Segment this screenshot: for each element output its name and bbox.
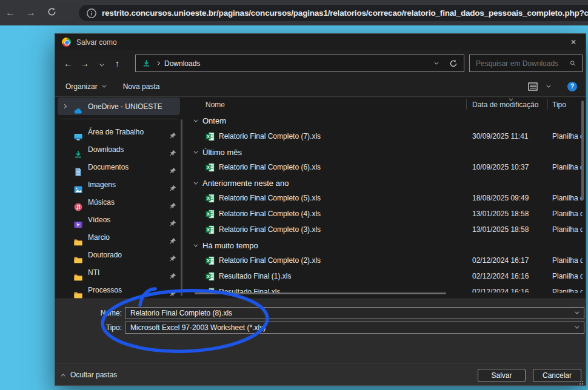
pin-icon <box>169 167 176 174</box>
horizontal-scrollbar[interactable] <box>195 292 446 294</box>
sidebar-item-label: Músicas <box>88 198 115 207</box>
back-icon[interactable]: ← <box>60 58 76 68</box>
site-info-icon[interactable] <box>86 8 97 19</box>
filename-combobox[interactable] <box>125 307 584 319</box>
file-group-header[interactable]: Há muito tempo <box>189 238 586 254</box>
dialog-titlebar[interactable]: Salvar como × <box>55 34 586 50</box>
view-mode-icon[interactable] <box>528 82 538 91</box>
filetype-dropdown-icon[interactable] <box>575 325 579 329</box>
column-header-name[interactable]: Nome <box>205 101 225 109</box>
file-type: Planilha d <box>552 132 583 140</box>
help-icon[interactable]: ? <box>567 82 577 91</box>
file-group-header[interactable]: Último mês <box>189 144 586 160</box>
sidebar-item-nti[interactable]: NTI <box>58 263 180 281</box>
view-mode-caret-icon[interactable] <box>546 84 550 88</box>
sidebar-item--rea-de-trabalho[interactable]: Área de Trabalho <box>58 123 180 140</box>
sidebar-item-downloads[interactable]: Downloads <box>58 140 180 158</box>
sidebar-item-label: Processos <box>88 286 122 294</box>
filename-label: Nome: <box>55 309 122 317</box>
column-header-type[interactable]: Tipo <box>552 101 566 109</box>
refresh-icon[interactable] <box>449 59 458 68</box>
pin-icon <box>169 237 176 245</box>
svg-text:X: X <box>207 196 210 202</box>
browser-back-icon[interactable]: ← <box>0 7 21 18</box>
file-name: Resultado Final (1).xls <box>219 272 291 280</box>
group-chevron-icon <box>193 149 198 153</box>
screen: ← → restrito.concursos.unioeste.br/pagin… <box>0 0 588 390</box>
new-folder-button[interactable]: Nova pasta <box>123 82 160 91</box>
downloads-folder-icon <box>142 59 151 68</box>
browser-forward-icon[interactable]: → <box>21 7 41 18</box>
filename-dropdown-icon[interactable] <box>575 310 579 314</box>
file-group-header[interactable]: Ontem <box>189 113 586 129</box>
svg-text:X: X <box>207 165 210 170</box>
file-type: Planilha d <box>552 225 583 234</box>
dialog-navbar: ← → ↑ Downloads <box>55 50 586 76</box>
dialog-title: Salvar como <box>76 38 117 47</box>
cancel-button[interactable]: Cancelar <box>533 369 581 382</box>
pin-icon <box>169 273 176 280</box>
organize-caret-icon <box>102 84 106 88</box>
filename-input[interactable] <box>130 309 569 317</box>
column-header-date[interactable]: Data de modificação <box>472 101 538 109</box>
address-dropdown-icon[interactable] <box>434 61 438 65</box>
sidebar-item-documentos[interactable]: Documentos <box>58 158 180 176</box>
location-breadcrumb-bar[interactable]: Downloads <box>135 55 464 72</box>
sidebar-item-label: Área de Trabalho <box>88 128 144 136</box>
sidebar-item-v-deos[interactable]: Vídeos <box>58 211 180 228</box>
search-input[interactable] <box>476 59 570 68</box>
sidebar-item-processos[interactable]: Processos <box>58 281 180 299</box>
sidebar-item-imagens[interactable]: Imagens <box>58 176 180 193</box>
address-bar[interactable]: restrito.concursos.unioeste.br/paginas/c… <box>79 5 588 21</box>
save-as-dialog: Salvar como × ← → ↑ Downloads <box>55 33 586 386</box>
sidebar-item-marcio[interactable]: Marcio <box>58 228 180 246</box>
forward-icon[interactable]: → <box>76 58 93 68</box>
sidebar-item-onedrive-unioeste[interactable]: OneDrive - UNIOESTE <box>58 98 180 115</box>
file-row[interactable]: XRelatorio Final Completo (4).xls13/01/2… <box>189 207 586 222</box>
filetype-select[interactable] <box>125 322 584 334</box>
search-icon[interactable] <box>570 59 576 67</box>
pin-icon <box>169 150 176 157</box>
file-row[interactable]: XResultado Final (1).xls02/12/2024 16:16… <box>189 269 586 285</box>
recent-locations-icon[interactable] <box>93 58 109 68</box>
save-button[interactable]: Salvar <box>478 369 526 382</box>
vertical-scrollbar[interactable] <box>581 101 584 200</box>
file-date: 10/09/2025 10:37 <box>472 163 529 171</box>
sidebar-scrollbar[interactable] <box>181 119 182 296</box>
pin-icon <box>169 255 176 262</box>
file-date: 13/01/2025 18:58 <box>472 225 529 234</box>
file-row[interactable]: XRelatorio Final Completo (6).xls10/09/2… <box>189 160 586 176</box>
file-name: Relatorio Final Completo (6).xls <box>219 163 321 171</box>
file-row[interactable]: XRelatorio Final Completo (2).xls02/12/2… <box>189 253 586 269</box>
sidebar-item-m-sicas[interactable]: Músicas <box>58 193 180 211</box>
sidebar-item-label: Marcio <box>88 233 110 242</box>
file-date: 02/12/2024 16:17 <box>472 256 529 265</box>
browser-reload-icon[interactable] <box>41 7 62 19</box>
expand-chevron-icon[interactable] <box>62 104 67 108</box>
file-row[interactable]: XRelatorio Final Completo (5).xls18/08/2… <box>189 191 586 207</box>
file-date: 02/12/2024 16:16 <box>472 272 529 280</box>
file-type: Planilha d <box>552 288 583 292</box>
svg-text:X: X <box>207 211 210 217</box>
dialog-footer: Ocultar pastas Salvar Cancelar <box>55 363 586 386</box>
column-separator[interactable] <box>466 99 467 110</box>
close-icon[interactable]: × <box>567 36 580 48</box>
resize-grip[interactable] <box>579 380 584 385</box>
organize-button[interactable]: Organizar <box>65 82 105 91</box>
up-icon[interactable]: ↑ <box>109 58 125 68</box>
search-box[interactable] <box>469 55 583 72</box>
sidebar-item-label: Documentos <box>88 163 129 171</box>
file-row[interactable]: XRelatorio Final Completo (3).xls13/01/2… <box>189 222 586 238</box>
breadcrumb-downloads[interactable]: Downloads <box>164 59 200 68</box>
svg-text:X: X <box>207 134 210 139</box>
column-separator[interactable] <box>547 99 548 110</box>
file-row[interactable]: XResultado Final.xls02/12/2024 16:16Plan… <box>189 285 586 292</box>
pin-icon <box>169 185 176 192</box>
file-row[interactable]: XRelatorio Final Completo (7).xls30/09/2… <box>189 129 586 145</box>
sidebar-item-doutorado[interactable]: Doutorado <box>58 246 180 263</box>
url-text: restrito.concursos.unioeste.br/paginas/c… <box>102 8 588 18</box>
file-name: Relatorio Final Completo (2).xls <box>219 256 321 265</box>
group-name: Ontem <box>202 116 226 125</box>
dialog-command-bar: Organizar Nova pasta ? <box>55 76 586 97</box>
file-group-header[interactable]: Anteriormente neste ano <box>189 176 586 191</box>
